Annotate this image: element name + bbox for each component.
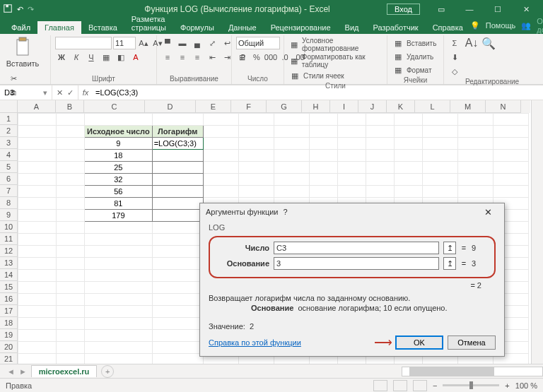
cell[interactable]: [152, 222, 203, 234]
view-page-layout-icon[interactable]: [393, 380, 407, 391]
cell[interactable]: [203, 126, 238, 138]
cell[interactable]: [18, 246, 57, 258]
cell[interactable]: [57, 258, 85, 270]
formula-input[interactable]: =LOG(C3;3): [93, 85, 543, 100]
cell[interactable]: [366, 138, 394, 150]
maximize-icon[interactable]: ☐: [484, 0, 512, 18]
name-box[interactable]: D3▾: [0, 85, 52, 100]
cancel-formula-icon[interactable]: ✕: [57, 88, 63, 97]
cell[interactable]: [152, 174, 203, 186]
cell[interactable]: 32: [85, 174, 153, 186]
cell[interactable]: [238, 174, 274, 186]
cell[interactable]: [85, 318, 153, 330]
cell[interactable]: [18, 198, 57, 210]
row-header[interactable]: 17: [0, 305, 18, 317]
column-header[interactable]: C: [84, 100, 145, 113]
cell[interactable]: [85, 222, 153, 234]
row-header[interactable]: 3: [0, 137, 18, 149]
cell[interactable]: Логарифм: [152, 126, 203, 138]
cell[interactable]: [152, 330, 203, 342]
cell[interactable]: [18, 294, 57, 306]
tell-me-icon[interactable]: 💡: [470, 21, 480, 30]
cell[interactable]: [274, 114, 309, 126]
cell[interactable]: [57, 150, 85, 162]
cell[interactable]: [422, 174, 457, 186]
font-name-select[interactable]: [55, 37, 112, 49]
currency-icon[interactable]: ₽: [236, 51, 249, 64]
cell[interactable]: [152, 246, 203, 258]
login-button[interactable]: Вход: [387, 4, 420, 15]
clear-icon[interactable]: ◇: [448, 65, 461, 78]
row-header[interactable]: 2: [0, 125, 18, 137]
cell[interactable]: [337, 162, 366, 174]
cell[interactable]: [493, 162, 528, 174]
horizontal-scrollbar[interactable]: [402, 367, 543, 376]
cell[interactable]: [18, 138, 57, 150]
cell[interactable]: [493, 114, 528, 126]
tab-view[interactable]: Вид: [338, 21, 366, 34]
cell[interactable]: =LOG(C3;3): [152, 138, 203, 150]
cell[interactable]: [457, 174, 493, 186]
cell[interactable]: [18, 222, 57, 234]
find-select-icon[interactable]: 🔍: [482, 37, 495, 49]
cell[interactable]: [85, 306, 153, 318]
column-header[interactable]: M: [450, 100, 486, 113]
cell[interactable]: [309, 150, 337, 162]
cell[interactable]: 56: [85, 186, 153, 198]
enter-formula-icon[interactable]: ✓: [67, 88, 74, 97]
cell[interactable]: [152, 282, 203, 294]
font-color-icon[interactable]: A: [129, 51, 142, 64]
bold-icon[interactable]: Ж: [55, 51, 68, 64]
tab-developer[interactable]: Разработчик: [366, 21, 426, 34]
cell[interactable]: [152, 342, 203, 354]
arg2-range-picker-icon[interactable]: ↥: [443, 257, 456, 270]
column-header[interactable]: J: [358, 100, 387, 113]
cell[interactable]: [337, 150, 366, 162]
underline-icon[interactable]: Ч: [85, 51, 98, 64]
italic-icon[interactable]: К: [70, 51, 83, 64]
cell[interactable]: [152, 186, 203, 198]
cell[interactable]: [274, 186, 309, 198]
align-middle-icon[interactable]: ▬: [176, 37, 189, 49]
cell[interactable]: [366, 186, 394, 198]
cell[interactable]: [57, 318, 85, 330]
cell[interactable]: [18, 306, 57, 318]
indent-decrease-icon[interactable]: ⇤: [206, 51, 218, 64]
number-format-select[interactable]: Общий: [236, 37, 280, 49]
new-sheet-button[interactable]: +: [101, 365, 114, 378]
cell[interactable]: [493, 186, 528, 198]
cell[interactable]: [57, 222, 85, 234]
ribbon-display-icon[interactable]: ▭: [427, 0, 455, 18]
zoom-slider[interactable]: [443, 384, 499, 386]
cell[interactable]: [18, 258, 57, 270]
view-normal-icon[interactable]: [373, 380, 387, 391]
cell[interactable]: [337, 114, 366, 126]
cell[interactable]: [457, 138, 493, 150]
cell[interactable]: [493, 150, 528, 162]
cell[interactable]: [18, 210, 57, 222]
cell[interactable]: [57, 114, 85, 126]
cell[interactable]: [309, 186, 337, 198]
column-header[interactable]: N: [486, 100, 521, 113]
vertical-scrollbar[interactable]: [531, 100, 543, 378]
cell[interactable]: [152, 210, 203, 222]
percent-icon[interactable]: %: [250, 51, 263, 64]
sort-filter-icon[interactable]: A↓: [465, 37, 478, 49]
cell[interactable]: [57, 282, 85, 294]
cell[interactable]: [18, 162, 57, 174]
comma-icon[interactable]: 000: [264, 51, 277, 64]
column-header[interactable]: G: [267, 100, 302, 113]
cell[interactable]: [85, 270, 153, 282]
minimize-icon[interactable]: ―: [455, 0, 484, 18]
cell[interactable]: [422, 186, 457, 198]
cell[interactable]: [366, 126, 394, 138]
cell[interactable]: [493, 126, 528, 138]
cell[interactable]: [366, 114, 394, 126]
cell[interactable]: [457, 186, 493, 198]
tab-help[interactable]: Справка: [426, 21, 470, 34]
cell[interactable]: [57, 246, 85, 258]
cell[interactable]: [152, 234, 203, 246]
column-header[interactable]: F: [231, 100, 267, 113]
cell[interactable]: [57, 306, 85, 318]
cell[interactable]: [457, 114, 493, 126]
